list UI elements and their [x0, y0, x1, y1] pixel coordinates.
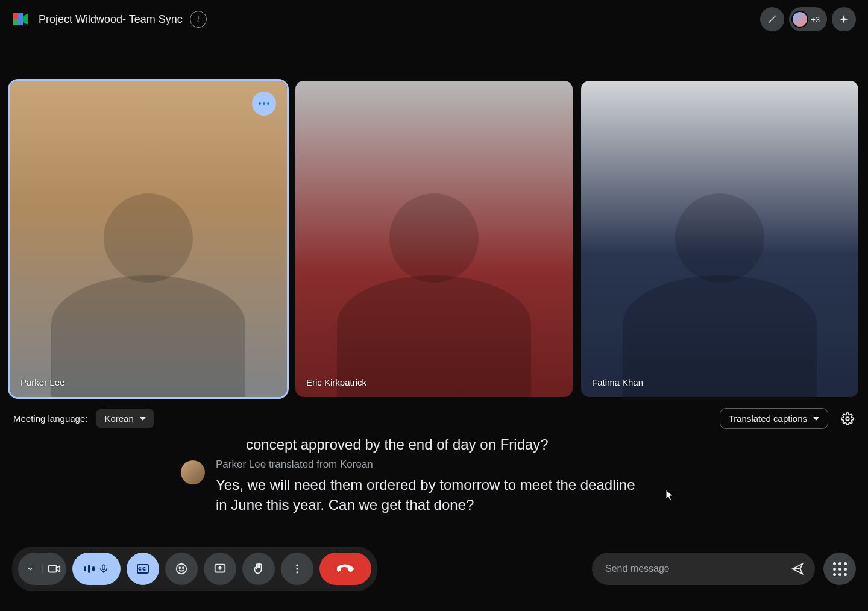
svg-point-12 [296, 565, 298, 566]
participants-overflow-count: +3 [811, 15, 820, 24]
meeting-language-value: Korean [104, 413, 133, 424]
svg-point-14 [296, 571, 298, 573]
svg-rect-1 [13, 13, 18, 19]
call-controls-cluster [12, 547, 377, 591]
svg-rect-6 [102, 565, 105, 569]
end-call-button[interactable] [319, 553, 371, 585]
captions-toggle-button[interactable] [127, 553, 159, 585]
sparkle-ai-button[interactable] [832, 7, 856, 31]
participants-overflow-button[interactable]: +3 [789, 7, 827, 31]
participant-name-label: Fatima Khan [592, 377, 643, 387]
hangup-icon [337, 560, 354, 577]
svg-point-8 [177, 564, 187, 574]
apps-grid-button[interactable] [823, 553, 856, 585]
meeting-language-dropdown[interactable]: Korean [96, 409, 154, 428]
meeting-info-button[interactable]: i [190, 11, 207, 28]
more-vertical-icon [291, 563, 303, 575]
caption-speaker-meta: Parker Lee translated from Korean [216, 458, 650, 472]
translated-captions-dropdown[interactable]: Translated captions [720, 408, 828, 429]
participant-name-label: Parker Lee [20, 377, 64, 387]
magic-wand-button[interactable] [760, 7, 784, 31]
svg-point-10 [183, 567, 184, 568]
more-options-button[interactable] [281, 553, 313, 585]
meet-logo-icon [12, 11, 29, 28]
captions-settings-button[interactable] [840, 412, 855, 426]
apps-grid-icon [833, 562, 847, 576]
emoji-icon [175, 562, 188, 575]
sound-wave-icon [84, 565, 95, 573]
video-placeholder-icon [623, 176, 817, 398]
video-placeholder-icon [51, 176, 245, 398]
video-placeholder-icon [337, 176, 531, 398]
header-bar: Project Wildwood- Team Sync i +3 [0, 0, 868, 39]
send-message-button[interactable] [791, 562, 804, 575]
camera-toggle-button[interactable] [18, 553, 66, 585]
participant-name-label: Eric Kirkpatrick [306, 377, 366, 387]
captions-area: concept approved by the end of day on Fr… [0, 429, 868, 515]
reactions-button[interactable] [165, 553, 198, 585]
video-tile-fatima[interactable]: Fatima Khan [581, 81, 858, 397]
translated-captions-label: Translated captions [729, 413, 807, 424]
present-icon [213, 562, 227, 575]
raise-hand-button[interactable] [242, 553, 275, 585]
video-grid: Parker Lee Eric Kirkpatrick Fatima Khan [0, 39, 868, 397]
svg-rect-3 [18, 13, 23, 25]
svg-point-13 [296, 568, 298, 569]
captions-settings-row: Meeting language: Korean Translated capt… [0, 397, 868, 429]
svg-point-9 [179, 567, 180, 568]
captions-icon [136, 562, 150, 576]
camera-icon [43, 562, 67, 575]
chevron-down-icon [813, 417, 819, 421]
hand-icon [252, 562, 265, 575]
bottom-toolbar [0, 539, 868, 611]
camera-options-chevron[interactable] [18, 565, 43, 572]
meeting-language-label: Meeting language: [13, 413, 87, 424]
participant-avatar-icon [791, 11, 808, 28]
video-tile-parker[interactable]: Parker Lee [10, 81, 287, 397]
send-icon [791, 562, 804, 575]
present-screen-button[interactable] [204, 553, 236, 585]
caption-text: Yes, we will need them ordered by tomorr… [216, 475, 650, 515]
meeting-title: Project Wildwood- Team Sync [39, 13, 183, 26]
svg-point-4 [846, 417, 849, 421]
caption-previous-line: concept approved by the end of day on Fr… [246, 435, 796, 454]
audio-active-button[interactable] [72, 553, 121, 585]
tile-options-button[interactable] [252, 92, 276, 116]
mic-icon [98, 563, 109, 574]
video-tile-eric[interactable]: Eric Kirkpatrick [295, 81, 573, 397]
caption-speaker-avatar-icon [181, 460, 205, 484]
chevron-down-icon [140, 417, 146, 421]
message-compose [592, 553, 815, 585]
message-input[interactable] [605, 563, 785, 574]
svg-rect-5 [49, 566, 57, 572]
svg-rect-2 [13, 19, 18, 25]
